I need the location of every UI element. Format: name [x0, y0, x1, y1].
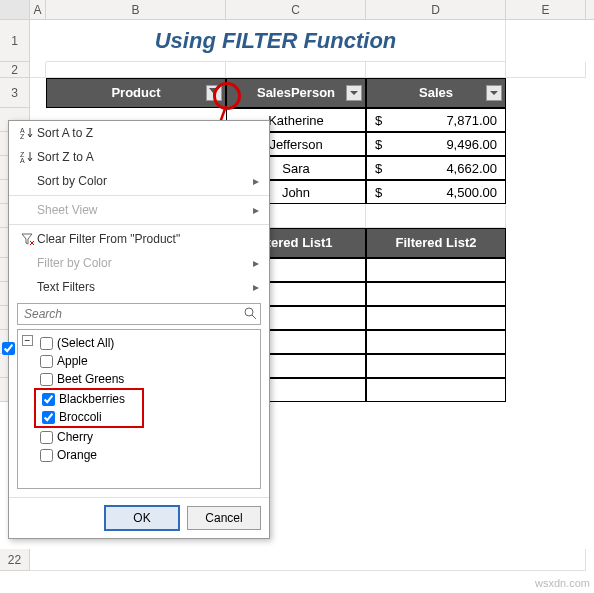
filter-item-blackberries[interactable]: Blackberries	[36, 390, 142, 408]
menu-sort-za[interactable]: ZA Sort Z to A	[9, 145, 269, 169]
menu-sort-color-label: Sort by Color	[37, 174, 253, 188]
checkbox[interactable]	[40, 355, 53, 368]
header-sales: Sales	[366, 78, 506, 108]
menu-sheet-view: Sheet View ▸	[9, 198, 269, 222]
header-product-label: Product	[111, 85, 160, 100]
cancel-button[interactable]: Cancel	[187, 506, 261, 530]
header-filtered2-label: Filtered List2	[396, 235, 477, 250]
header-salesperson: SalesPerson	[226, 78, 366, 108]
cell-sales[interactable]: $9,496.00	[366, 132, 506, 156]
filter-checklist[interactable]: − (Select All) Apple Beet Greens Blackbe…	[17, 329, 261, 489]
empty-cell[interactable]	[366, 354, 506, 378]
filter-search	[17, 303, 261, 325]
menu-clear-filter[interactable]: Clear Filter From "Product"	[9, 227, 269, 251]
menu-sort-az[interactable]: AZ Sort A to Z	[9, 121, 269, 145]
col-header-a[interactable]: A	[30, 0, 46, 19]
filter-button-salesperson[interactable]	[346, 85, 362, 101]
menu-filter-color-label: Filter by Color	[37, 256, 253, 270]
empty-cell[interactable]	[366, 306, 506, 330]
cell-sales[interactable]: $4,500.00	[366, 180, 506, 204]
svg-point-7	[245, 308, 253, 316]
header-product: Product	[46, 78, 226, 108]
chevron-right-icon: ▸	[253, 280, 259, 294]
col-header-c[interactable]: C	[226, 0, 366, 19]
cell-sales[interactable]: $4,662.00	[366, 156, 506, 180]
empty-cell[interactable]	[366, 282, 506, 306]
filter-button-sales[interactable]	[486, 85, 502, 101]
clear-filter-icon	[17, 232, 37, 246]
svg-line-8	[252, 315, 256, 319]
sort-az-icon: AZ	[17, 126, 37, 140]
filter-search-input[interactable]	[17, 303, 261, 325]
outer-checkbox[interactable]	[2, 342, 15, 355]
filter-item-beetgreens[interactable]: Beet Greens	[18, 370, 260, 388]
menu-sheet-view-label: Sheet View	[37, 203, 253, 217]
row-22: 22	[0, 549, 586, 571]
menu-sort-az-label: Sort A to Z	[37, 126, 259, 140]
checkbox[interactable]	[40, 337, 53, 350]
row-header-3[interactable]: 3	[0, 78, 30, 108]
header-sales-label: Sales	[419, 85, 453, 100]
filter-dropdown: AZ Sort A to Z ZA Sort Z to A Sort by Co…	[8, 120, 270, 539]
watermark: wsxdn.com	[535, 577, 590, 589]
menu-text-filters-label: Text Filters	[37, 280, 253, 294]
select-all-corner[interactable]	[0, 0, 30, 19]
filter-item-cherry[interactable]: Cherry	[18, 428, 260, 446]
filter-button-product[interactable]	[206, 85, 222, 101]
chevron-right-icon: ▸	[253, 256, 259, 270]
checkbox[interactable]	[40, 431, 53, 444]
empty-cell[interactable]	[366, 258, 506, 282]
chevron-right-icon: ▸	[253, 203, 259, 217]
row-header-22[interactable]: 22	[0, 549, 30, 571]
svg-text:A: A	[20, 157, 25, 164]
page-title: Using FILTER Function	[46, 20, 506, 62]
filter-item-orange[interactable]: Orange	[18, 446, 260, 464]
col-header-e[interactable]: E	[506, 0, 586, 19]
header-salesperson-label: SalesPerson	[257, 85, 335, 100]
row-header-2[interactable]: 2	[0, 62, 30, 78]
col-header-d[interactable]: D	[366, 0, 506, 19]
checkbox[interactable]	[40, 373, 53, 386]
cell-sales[interactable]: $7,871.00	[366, 108, 506, 132]
header-filtered1-label: iltered List1	[260, 235, 333, 250]
tree-collapse-icon[interactable]: −	[22, 335, 33, 346]
sort-za-icon: ZA	[17, 150, 37, 164]
filter-item-broccoli[interactable]: Broccoli	[36, 408, 142, 426]
checkbox[interactable]	[40, 449, 53, 462]
column-headers: A B C D E	[0, 0, 594, 20]
chevron-right-icon: ▸	[253, 174, 259, 188]
checkbox[interactable]	[42, 411, 55, 424]
ok-button[interactable]: OK	[105, 506, 179, 530]
row-header-1[interactable]: 1	[0, 20, 30, 62]
menu-text-filters[interactable]: Text Filters ▸	[9, 275, 269, 299]
filter-buttons: OK Cancel	[9, 497, 269, 538]
filter-item-apple[interactable]: Apple	[18, 352, 260, 370]
checkbox[interactable]	[42, 393, 55, 406]
menu-sort-za-label: Sort Z to A	[37, 150, 259, 164]
svg-text:Z: Z	[20, 133, 25, 140]
empty-cell[interactable]	[366, 330, 506, 354]
col-header-b[interactable]: B	[46, 0, 226, 19]
filter-item-selectall[interactable]: (Select All)	[18, 334, 260, 352]
empty-cell[interactable]	[366, 378, 506, 402]
header-filtered2: Filtered List2	[366, 228, 506, 258]
menu-clear-label: Clear Filter From "Product"	[37, 232, 259, 246]
menu-filter-color: Filter by Color ▸	[9, 251, 269, 275]
menu-sort-color[interactable]: Sort by Color ▸	[9, 169, 269, 193]
search-icon	[243, 306, 257, 323]
